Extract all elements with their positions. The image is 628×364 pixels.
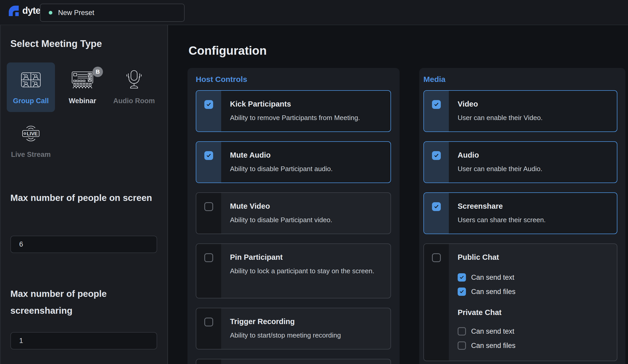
public-chat-checkbox[interactable] bbox=[432, 253, 441, 262]
checkbox-strip bbox=[196, 308, 221, 349]
config-card-partial bbox=[196, 359, 391, 364]
public-can-send-text-checkbox[interactable] bbox=[458, 273, 466, 282]
dyte-preset-editor: dyte New Preset Select Meeting Type bbox=[0, 0, 628, 364]
trigger-recording-checkbox[interactable] bbox=[204, 318, 213, 326]
checkbox-strip bbox=[196, 359, 221, 364]
card-title: Screenshare bbox=[458, 201, 610, 211]
checkbox-strip bbox=[424, 142, 449, 183]
private-can-send-text-row: Can send text bbox=[458, 327, 610, 335]
card-title: Kick Participants bbox=[230, 99, 383, 109]
config-card-audio: Audio User can enable their Audio. bbox=[423, 141, 617, 183]
sub-option-label: Can send files bbox=[471, 288, 515, 296]
checkbox-strip bbox=[196, 91, 221, 131]
sub-option-label: Can send text bbox=[471, 274, 514, 282]
brand: dyte bbox=[8, 5, 40, 17]
host-controls-title: Host Controls bbox=[196, 75, 391, 84]
preset-name: New Preset bbox=[58, 9, 94, 17]
checkbox-strip bbox=[424, 193, 449, 234]
config-card-public-chat: Public Chat Can send text Can send files… bbox=[423, 243, 617, 361]
page-title: Configuration bbox=[189, 44, 267, 58]
config-card-mute-video: Mute Video Ability to disable Participan… bbox=[196, 192, 391, 234]
screenshare-checkbox[interactable] bbox=[432, 202, 441, 211]
webinar-icon bbox=[71, 69, 94, 90]
meeting-type-label: Live Stream bbox=[11, 151, 51, 159]
svg-text:LIVE: LIVE bbox=[27, 131, 38, 136]
meeting-type-group-call[interactable]: Group Call bbox=[7, 62, 55, 112]
max-people-screenshare-input[interactable] bbox=[10, 332, 157, 349]
card-title: Video bbox=[458, 99, 610, 109]
meeting-type-label: Group Call bbox=[13, 97, 49, 105]
max-people-screen-label: Max number of people on screen bbox=[10, 189, 161, 206]
audio-room-icon bbox=[125, 69, 143, 90]
group-call-icon bbox=[21, 69, 41, 90]
meeting-type-grid: Group Call B bbox=[7, 62, 162, 166]
public-can-send-text-row: Can send text bbox=[458, 273, 610, 282]
preset-status-dot-icon bbox=[49, 11, 52, 15]
sub-option-label: Can send text bbox=[471, 327, 514, 335]
video-checkbox[interactable] bbox=[432, 100, 441, 109]
kick-participants-checkbox[interactable] bbox=[204, 100, 213, 109]
brand-name: dyte bbox=[22, 5, 40, 16]
mute-audio-checkbox[interactable] bbox=[204, 151, 213, 160]
card-description: Ability to lock a participant to stay on… bbox=[230, 266, 383, 276]
config-card-screenshare: Screenshare Users can share their screen… bbox=[423, 192, 617, 234]
config-card-pin-participant: Pin Participant Ability to lock a partic… bbox=[196, 243, 391, 298]
config-card-video: Video User can enable their Video. bbox=[423, 90, 617, 132]
card-title: Mute Audio bbox=[230, 150, 383, 160]
card-description: Ability to remove Participants from Meet… bbox=[230, 113, 383, 123]
card-description: User can enable their Audio. bbox=[458, 164, 610, 174]
sub-option-label: Can send files bbox=[471, 342, 515, 350]
max-people-screen-input[interactable] bbox=[10, 236, 157, 253]
private-can-send-text-checkbox[interactable] bbox=[458, 327, 466, 335]
host-controls-panel: Host Controls Kick Participants Ability … bbox=[187, 68, 400, 364]
media-title: Media bbox=[423, 75, 621, 84]
card-title: Audio bbox=[458, 150, 610, 160]
config-card-kick-participants: Kick Participants Ability to remove Part… bbox=[196, 90, 391, 132]
private-chat-heading: Private Chat bbox=[458, 308, 610, 317]
meeting-type-label: Audio Room bbox=[113, 97, 155, 105]
public-can-send-files-row: Can send files bbox=[458, 288, 610, 296]
meeting-type-label: Webinar bbox=[69, 97, 96, 105]
beta-badge: B bbox=[93, 67, 103, 77]
sidebar-divider bbox=[167, 25, 168, 364]
config-card-trigger-recording: Trigger Recording Ability to start/stop … bbox=[196, 308, 391, 349]
card-description: Ability to disable Participant audio. bbox=[230, 164, 383, 174]
public-can-send-files-checkbox[interactable] bbox=[458, 288, 466, 296]
card-description: Ability to start/stop meeting recording bbox=[230, 330, 383, 340]
top-bar: dyte New Preset bbox=[0, 0, 628, 25]
meeting-type-webinar[interactable]: B bbox=[58, 62, 107, 112]
card-title: Mute Video bbox=[230, 201, 383, 211]
dyte-logo-icon bbox=[8, 5, 20, 17]
checkbox-strip bbox=[196, 193, 221, 234]
private-can-send-files-row: Can send files bbox=[458, 341, 610, 350]
checkbox-strip bbox=[196, 142, 221, 183]
card-description: Users can share their screen. bbox=[458, 215, 610, 225]
mute-video-checkbox[interactable] bbox=[204, 202, 213, 211]
card-title: Pin Participant bbox=[230, 253, 383, 262]
checkbox-strip bbox=[424, 91, 449, 131]
preset-selector[interactable]: New Preset bbox=[40, 4, 185, 22]
meeting-type-heading: Select Meeting Type bbox=[10, 38, 102, 49]
live-stream-icon: LIVE bbox=[19, 123, 42, 144]
config-card-mute-audio: Mute Audio Ability to disable Participan… bbox=[196, 141, 391, 183]
card-description: Ability to disable Participant video. bbox=[230, 215, 383, 225]
pin-participant-checkbox[interactable] bbox=[204, 253, 213, 262]
checkbox-strip bbox=[196, 244, 221, 298]
card-description: User can enable their Video. bbox=[458, 113, 610, 123]
max-people-screenshare-label: Max number of people screensharing bbox=[10, 285, 161, 319]
private-can-send-files-checkbox[interactable] bbox=[458, 341, 466, 350]
audio-checkbox[interactable] bbox=[432, 151, 441, 160]
meeting-type-audio-room[interactable]: Audio Room bbox=[110, 62, 158, 112]
meeting-type-live-stream[interactable]: LIVE Live Stream bbox=[7, 116, 55, 166]
card-title: Public Chat bbox=[458, 253, 610, 262]
card-title: Trigger Recording bbox=[230, 317, 383, 326]
media-panel: Media Video User can enable their Video.… bbox=[419, 68, 625, 364]
